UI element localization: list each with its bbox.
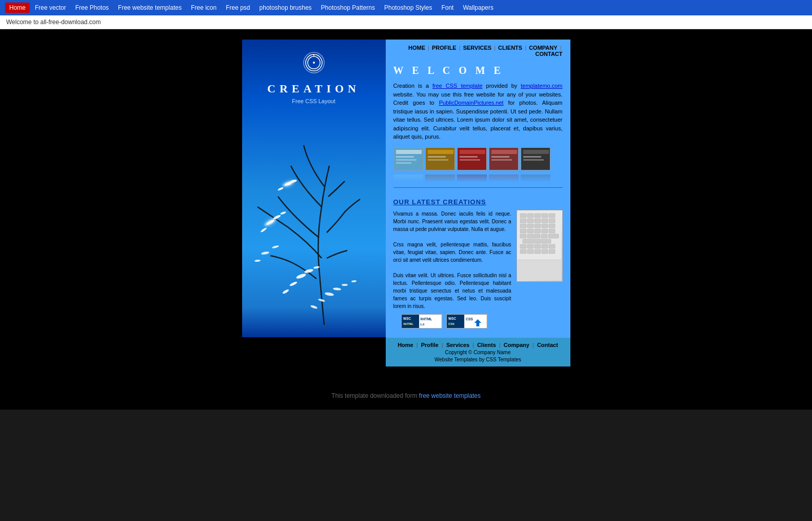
thumbnail-4[interactable] (489, 147, 519, 170)
svg-rect-48 (527, 214, 533, 218)
thumbnail-2[interactable] (425, 147, 455, 170)
svg-rect-72 (520, 244, 526, 248)
w3c-xhtml-badge[interactable]: W3C XHTML XHTML 1.0 (401, 314, 442, 329)
svg-point-24 (263, 217, 278, 228)
bottom-link[interactable]: free website templates (419, 392, 481, 399)
svg-point-17 (324, 292, 334, 296)
latest-section: OUR LATEST CREATIONS Vivamus a massa. Do… (386, 196, 570, 338)
thumbnail-1[interactable] (393, 147, 423, 170)
svg-rect-29 (396, 162, 411, 164)
svg-rect-35 (460, 150, 485, 154)
w3c-css-badge[interactable]: W3C CSS CSS (446, 314, 487, 329)
site-nav-profile[interactable]: PROFILE (432, 45, 457, 51)
nav-item-free-icon[interactable]: Free icon (187, 3, 221, 13)
welcome-text-1: Creation is a (393, 83, 432, 89)
svg-point-4 (277, 187, 284, 191)
svg-point-7 (260, 227, 267, 233)
footer-sep-2: | (442, 342, 445, 348)
site-nav-contact[interactable]: CONTACT (536, 51, 563, 57)
svg-point-22 (351, 280, 356, 282)
site-nav-services[interactable]: SERVICES (463, 45, 491, 51)
svg-rect-63 (527, 229, 533, 233)
site-subtitle: Free CSS Layout (292, 98, 335, 104)
svg-rect-57 (520, 224, 526, 228)
svg-rect-70 (548, 234, 559, 238)
svg-rect-74 (534, 244, 541, 248)
nav-sep-2: | (459, 45, 462, 51)
svg-rect-44 (523, 156, 541, 158)
nav-item-wallpapers[interactable]: Wallpapers (459, 3, 498, 13)
svg-point-1 (313, 62, 315, 64)
publicdomain-link[interactable]: PublicDomainPictures.net (439, 100, 504, 106)
footer-clients[interactable]: Clients (477, 342, 496, 348)
svg-point-20 (342, 284, 348, 286)
svg-rect-50 (542, 214, 548, 218)
footer-profile[interactable]: Profile (421, 342, 439, 348)
svg-rect-87 (419, 314, 442, 328)
svg-rect-64 (534, 229, 541, 233)
nav-item-photoshop-patterns[interactable]: Photoshop Patterns (317, 3, 379, 13)
svg-rect-75 (542, 244, 548, 248)
nav-item-home[interactable]: Home (5, 3, 30, 13)
svg-rect-60 (542, 224, 548, 228)
svg-rect-81 (549, 249, 555, 254)
footer-company[interactable]: Company (504, 342, 529, 348)
svg-rect-54 (534, 219, 541, 223)
svg-point-14 (289, 281, 298, 286)
svg-rect-47 (520, 214, 526, 218)
site-footer: Home | Profile | Services | Clients | Co… (386, 338, 570, 366)
spiral-logo (301, 50, 327, 82)
nav-item-free-psd[interactable]: Free psd (222, 3, 254, 13)
latest-image (517, 210, 563, 282)
nav-item-photoshop-styles[interactable]: Photoshop Styles (380, 3, 436, 13)
svg-rect-82 (518, 260, 561, 280)
free-css-template-link[interactable]: free CSS template (432, 83, 483, 89)
latest-para-1: Vivamus a massa. Donec iaculis felis id … (393, 210, 511, 233)
svg-point-12 (295, 273, 306, 279)
left-panel: CREATION Free CSS Layout (242, 40, 386, 337)
svg-rect-71 (523, 239, 551, 243)
svg-text:XHTML: XHTML (420, 317, 432, 321)
svg-rect-68 (527, 234, 540, 238)
top-navigation: Home Free vector Free Photos Free websit… (0, 0, 812, 15)
svg-rect-59 (534, 224, 541, 228)
nav-item-font[interactable]: Font (437, 3, 458, 13)
nav-item-free-vector[interactable]: Free vector (31, 3, 70, 13)
svg-rect-39 (491, 150, 517, 154)
svg-rect-53 (527, 219, 533, 223)
thumbnail-5[interactable] (521, 147, 550, 170)
nav-item-free-photos[interactable]: Free Photos (71, 3, 113, 13)
svg-point-21 (310, 304, 318, 309)
footer-sep-3: | (472, 342, 476, 348)
thumbnail-3[interactable] (457, 147, 487, 170)
right-panel: HOME | PROFILE | SERVICES | CLIENTS | CO… (386, 40, 570, 366)
footer-contact[interactable]: Contact (537, 342, 558, 348)
nav-sep-1: | (428, 45, 431, 51)
latest-para-2: Crss magna velit, pellentesque mattis, f… (393, 241, 511, 264)
section-divider (393, 187, 563, 188)
site-nav-company[interactable]: COMPANY (529, 45, 557, 51)
footer-services[interactable]: Services (446, 342, 469, 348)
svg-rect-49 (534, 214, 541, 218)
templatemo-link[interactable]: templatemo.com (521, 83, 562, 89)
svg-rect-78 (527, 249, 533, 254)
footer-home[interactable]: Home (398, 342, 413, 348)
svg-rect-69 (541, 234, 547, 238)
nav-item-photoshop-brushes[interactable]: photoshop brushes (255, 3, 316, 13)
site-container: CREATION Free CSS Layout (242, 40, 570, 366)
svg-rect-31 (428, 150, 453, 154)
svg-point-10 (271, 245, 279, 248)
svg-text:XHTML: XHTML (403, 322, 413, 325)
site-nav-clients[interactable]: CLIENTS (498, 45, 522, 51)
svg-point-9 (261, 251, 269, 255)
svg-rect-76 (549, 244, 555, 248)
birds-area (242, 104, 386, 337)
svg-rect-51 (549, 214, 555, 218)
nav-item-free-website-templates[interactable]: Free website templates (114, 3, 186, 13)
site-nav-home[interactable]: HOME (408, 45, 425, 51)
footer-sep-4: | (499, 342, 502, 348)
svg-rect-40 (491, 156, 509, 158)
footer-links: Home | Profile | Services | Clients | Co… (390, 342, 566, 348)
svg-text:W3C: W3C (448, 317, 455, 320)
site-title: CREATION (267, 82, 360, 95)
